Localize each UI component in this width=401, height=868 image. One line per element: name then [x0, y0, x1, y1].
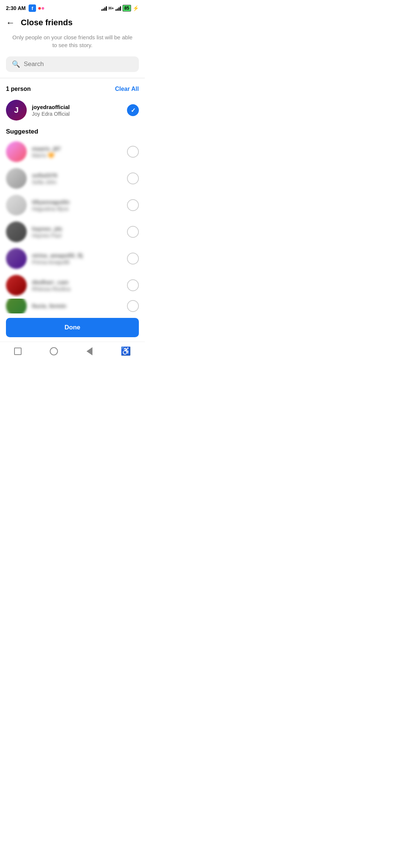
divider [0, 78, 145, 78]
back-button[interactable]: ← [6, 18, 15, 27]
check-circle[interactable] [127, 172, 139, 184]
user-info: joyedraofficial Joy Edra Official [32, 104, 122, 117]
avatar: J [6, 100, 27, 121]
status-bar: 2:30 AM f H+ 85 ⚡ [0, 0, 145, 15]
check-circle[interactable] [127, 253, 139, 264]
bottom-nav: ♿ [0, 342, 145, 364]
square-icon [14, 348, 22, 355]
fullname: Rhiessa Risolica [32, 286, 122, 292]
done-button[interactable]: Done [6, 318, 139, 337]
accessibility-icon: ♿ [121, 346, 131, 356]
suggested-user-item[interactable]: nirina_amapofili_flj Prinna Amapofili [0, 245, 145, 272]
username: sofia3376 [32, 172, 122, 178]
user-info: haynes_jds Haynes Paul [32, 226, 122, 239]
selected-user-item[interactable]: J joyedraofficial Joy Edra Official [0, 97, 145, 124]
username: tillyannagutiln [32, 199, 122, 205]
avatar [6, 299, 27, 313]
username: joyedraofficial [32, 104, 122, 110]
fullname: Sofia John [32, 179, 122, 185]
nav-square-button[interactable] [14, 348, 22, 355]
avatar [6, 248, 27, 269]
nav-back-button[interactable] [87, 347, 92, 355]
notification-icons: f [29, 4, 44, 12]
status-time: 2:30 AM [6, 5, 26, 11]
username: llucia_fermin [32, 303, 122, 309]
suggested-user-item[interactable]: maaris_j87 Marris 🧡 [0, 138, 145, 165]
check-circle[interactable] [127, 226, 139, 238]
signal-bars-2 [115, 6, 121, 11]
facebook-icon: f [29, 4, 36, 12]
username: maaris_j87 [32, 145, 122, 152]
lightning-icon: ⚡ [133, 5, 139, 11]
user-info: sofia3376 Sofia John [32, 172, 122, 185]
fullname: Marris 🧡 [32, 152, 122, 158]
check-circle[interactable] [127, 300, 139, 312]
fullname: Joy Edra Official [32, 111, 122, 117]
search-input[interactable] [24, 60, 133, 68]
user-info: tillyannagutiln Hagustina Illyce [32, 199, 122, 212]
avatar [6, 221, 27, 242]
suggested-section-header: Suggested [0, 124, 145, 138]
avatar [6, 275, 27, 296]
check-circle[interactable] [127, 279, 139, 291]
dots-icon [38, 7, 44, 10]
check-circle-selected[interactable] [127, 104, 139, 116]
selected-count: 1 person [6, 86, 31, 92]
check-circle[interactable] [127, 146, 139, 158]
avatar [6, 141, 27, 162]
suggested-user-item[interactable]: diedharr_cam Rhiessa Risolica [0, 272, 145, 299]
search-bar[interactable]: 🔍 [6, 56, 139, 72]
username: nirina_amapofili_flj [32, 252, 122, 259]
triangle-icon [87, 347, 92, 355]
username: diedharr_cam [32, 279, 122, 285]
search-container: 🔍 [0, 56, 145, 78]
fullname: Haynes Paul [32, 233, 122, 239]
nav-accessibility-button[interactable]: ♿ [121, 346, 131, 356]
network-type: H+ [108, 6, 114, 10]
suggested-user-item[interactable]: haynes_jds Haynes Paul [0, 218, 145, 245]
fullname: Prinna Amapofili [32, 259, 122, 265]
user-info: maaris_j87 Marris 🧡 [32, 145, 122, 158]
avatar [6, 168, 27, 189]
suggested-users-list: maaris_j87 Marris 🧡 sofia3376 Sofia John… [0, 138, 145, 313]
clear-all-button[interactable]: Clear All [115, 86, 139, 92]
user-info: diedharr_cam Rhiessa Risolica [32, 279, 122, 292]
search-icon: 🔍 [12, 60, 20, 68]
suggested-user-item[interactable]: sofia3376 Sofia John [0, 165, 145, 192]
selected-section-header: 1 person Clear All [0, 83, 145, 97]
signal-bars [101, 6, 107, 11]
suggested-user-item[interactable]: tillyannagutiln Hagustina Illyce [0, 192, 145, 218]
done-button-wrap: Done [0, 313, 145, 342]
battery-icon: 85 [123, 5, 131, 11]
circle-icon [50, 347, 58, 355]
username: haynes_jds [32, 226, 122, 232]
suggested-user-item[interactable]: llucia_fermin [0, 299, 145, 313]
fullname: Hagustina Illyce [32, 206, 122, 212]
user-info: nirina_amapofili_flj Prinna Amapofili [32, 252, 122, 265]
page-subtitle: Only people on your close friends list w… [0, 32, 145, 56]
status-icons-right: H+ 85 ⚡ [101, 5, 139, 11]
page-header: ← Close friends [0, 15, 145, 32]
nav-home-button[interactable] [50, 347, 58, 355]
user-info: llucia_fermin [32, 303, 122, 310]
page-title: Close friends [21, 18, 72, 27]
check-circle[interactable] [127, 199, 139, 211]
avatar [6, 195, 27, 216]
